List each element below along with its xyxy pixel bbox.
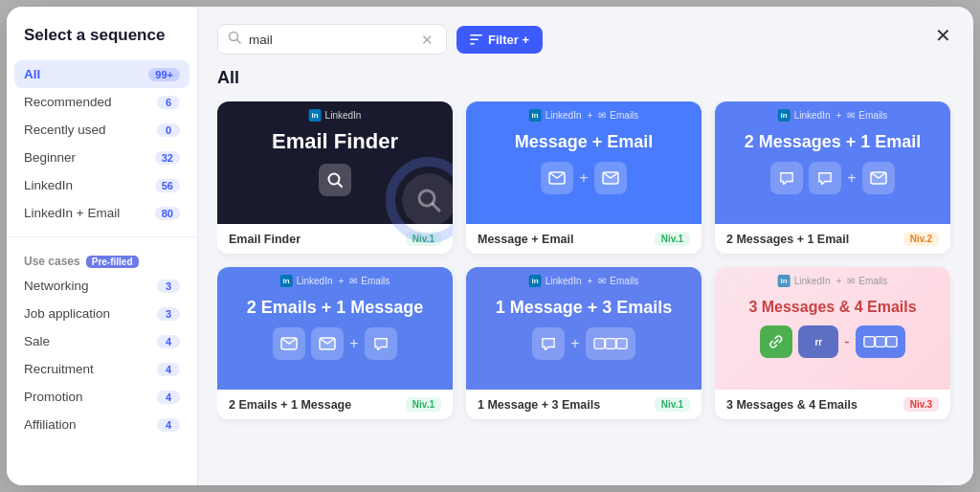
card-name: Email Finder <box>229 233 301 246</box>
sidebar-item-sale[interactable]: Sale 4 <box>7 327 197 355</box>
card-2emails-1message[interactable]: in LinkedIn + ✉ Emails 2 Emails + 1 Mess… <box>217 267 453 419</box>
card-title: 1 Message + 3 Emails <box>496 298 673 318</box>
card-preview: in LinkedIn + ✉ Emails 2 Emails + 1 Mess… <box>217 267 453 390</box>
card-name: 2 Messages + 1 Email <box>726 233 849 246</box>
card-footer: 1 Message + 3 Emails Niv.1 <box>466 390 702 419</box>
sidebar-item-badge: 3 <box>157 280 180 293</box>
linkedin-icon: in <box>529 275 542 287</box>
card-title: 2 Emails + 1 Message <box>247 298 424 318</box>
emails-group-pink <box>856 325 905 358</box>
sidebar-item-promotion[interactable]: Promotion 4 <box>7 383 197 411</box>
card-title: Email Finder <box>272 129 398 154</box>
card-footer: 2 Emails + 1 Message Niv.1 <box>217 390 453 419</box>
sidebar-item-badge: 4 <box>157 363 180 376</box>
main-content: ✕ Filter + All in <box>198 7 973 485</box>
card-icons <box>319 164 351 196</box>
sidebar-item-label: Affiliation <box>24 417 77 432</box>
card-icons: + <box>770 162 894 194</box>
section-title: All <box>217 68 954 88</box>
sidebar-item-badge: 32 <box>155 151 180 165</box>
sidebar-item-label: Job application <box>24 306 110 321</box>
card-name: 3 Messages & 4 Emails <box>726 398 858 412</box>
sidebar: Select a sequence All 99+ Recommended 6 … <box>7 7 198 485</box>
sidebar-item-all[interactable]: All 99+ <box>14 60 189 88</box>
search-icon-box <box>319 164 351 196</box>
search-row: ✕ Filter + <box>217 24 954 55</box>
sidebar-item-label: Sale <box>24 334 50 348</box>
filter-button[interactable]: Filter + <box>457 26 543 54</box>
sidebar-item-recommended[interactable]: Recommended 6 <box>7 88 197 116</box>
use-cases-section-label: Use cases Pre-filled <box>7 247 197 272</box>
plus-icon: + <box>579 169 588 187</box>
email-icon-box-1 <box>273 327 305 360</box>
level-badge: Niv.1 <box>406 397 441 412</box>
dash-icon: - <box>844 333 849 350</box>
card-tag-line: in LinkedIn + ✉ Emails <box>280 275 390 287</box>
card-footer: 2 Messages + 1 Email Niv.2 <box>715 224 950 254</box>
sidebar-item-badge: 4 <box>157 335 180 348</box>
sidebar-item-label: Beginner <box>24 150 76 165</box>
card-email-finder[interactable]: in LinkedIn Email Finder <box>217 101 453 254</box>
cards-area: in LinkedIn Email Finder <box>217 101 954 485</box>
card-1message-3emails[interactable]: in LinkedIn + ✉ Emails 1 Message + 3 Ema… <box>466 267 702 419</box>
sidebar-item-linkedin-email[interactable]: LinkedIn + Email 80 <box>7 199 197 227</box>
filter-icon <box>470 34 482 45</box>
card-message-email[interactable]: in LinkedIn + ✉ Emails Message + Email <box>466 101 702 254</box>
linkedin-icon: in <box>309 109 322 122</box>
card-name: Message + Email <box>478 233 573 246</box>
cards-grid: in LinkedIn Email Finder <box>217 101 950 435</box>
linkedin-icon: in <box>280 275 293 287</box>
sidebar-item-linkedin[interactable]: LinkedIn 56 <box>7 171 197 199</box>
card-tag-line: in LinkedIn <box>309 109 362 122</box>
sidebar-item-badge: 3 <box>157 307 180 321</box>
sidebar-item-label: All <box>24 67 40 81</box>
card-3messages-4emails[interactable]: in LinkedIn + ✉ Emails 3 Messages & 4 Em… <box>715 267 950 419</box>
select-sequence-modal: ✕ Select a sequence All 99+ Recommended … <box>7 7 973 485</box>
sidebar-item-job-application[interactable]: Job application 3 <box>7 300 197 327</box>
svg-rect-19 <box>886 337 897 347</box>
sidebar-item-label: Recommended <box>24 95 112 109</box>
card-2messages-1email[interactable]: in LinkedIn + ✉ Emails 2 Messages + 1 Em… <box>715 101 950 254</box>
sidebar-item-recruitment[interactable]: Recruitment 4 <box>7 355 197 383</box>
card-name: 2 Emails + 1 Message <box>229 398 351 412</box>
sidebar-item-recently-used[interactable]: Recently used 0 <box>7 116 197 144</box>
sidebar-item-beginner[interactable]: Beginner 32 <box>7 144 197 171</box>
card-title: 3 Messages & 4 Emails <box>748 299 916 316</box>
text-icon-box: rr <box>798 325 838 358</box>
email-icon-box <box>594 162 627 194</box>
card-title: 2 Messages + 1 Email <box>745 132 922 152</box>
search-box: ✕ <box>217 24 447 55</box>
card-tag-line: in LinkedIn + ✉ Emails <box>529 275 639 287</box>
svg-line-8 <box>433 204 439 211</box>
sidebar-item-label: Recruitment <box>24 362 94 376</box>
message-icon-box <box>541 162 573 194</box>
sidebar-item-badge: 56 <box>155 179 180 192</box>
sidebar-divider <box>7 236 197 237</box>
svg-rect-2 <box>470 34 482 36</box>
sidebar-item-badge: 80 <box>155 207 180 220</box>
sidebar-item-networking[interactable]: Networking 3 <box>7 272 197 300</box>
msg-icon-box <box>532 327 565 360</box>
search-input[interactable] <box>249 33 412 47</box>
plus-icon: + <box>847 169 856 187</box>
card-icons: + <box>541 162 626 194</box>
msg-icon-box <box>365 327 397 360</box>
plus-icon: + <box>349 335 358 352</box>
filter-label: Filter + <box>488 33 529 47</box>
msg-icon-box-1 <box>770 162 803 194</box>
plus-icon: + <box>570 335 579 352</box>
card-tag-line: in LinkedIn + ✉ Emails <box>778 275 888 287</box>
card-preview: in LinkedIn + ✉ Emails 2 Messages + 1 Em… <box>715 101 950 224</box>
linkedin-icon: in <box>778 109 791 122</box>
card-tag-line: in LinkedIn + ✉ Emails <box>778 109 888 122</box>
card-footer: 3 Messages & 4 Emails Niv.3 <box>715 390 950 419</box>
svg-rect-18 <box>875 337 885 347</box>
card-preview: in LinkedIn + ✉ Emails Message + Email <box>466 101 702 224</box>
sidebar-item-affiliation[interactable]: Affiliation 4 <box>7 411 197 438</box>
close-button[interactable]: ✕ <box>929 22 956 49</box>
sidebar-item-label: Recently used <box>24 123 106 137</box>
card-icons: + <box>273 327 396 360</box>
linkedin-icon: in <box>778 275 791 287</box>
search-icon <box>228 31 241 48</box>
clear-search-button[interactable]: ✕ <box>419 33 435 47</box>
